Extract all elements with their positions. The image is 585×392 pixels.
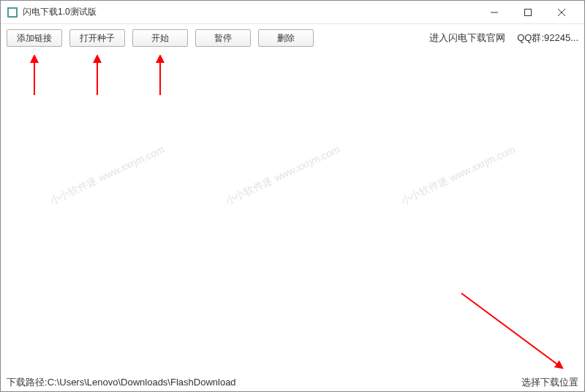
- pause-button[interactable]: 暂停: [195, 29, 251, 47]
- watermark: 小小软件迷 www.xxrjm.com: [399, 143, 518, 208]
- titlebar: 闪电下载1.0测试版: [1, 1, 584, 24]
- delete-button[interactable]: 删除: [258, 29, 314, 47]
- toolbar-right: 进入闪电下载官网 QQ群:92245...: [429, 31, 578, 45]
- start-button[interactable]: 开始: [132, 29, 188, 47]
- path-value: C:\Users\Lenovo\Downloads\FlashDownload: [48, 377, 236, 388]
- add-link-button[interactable]: 添加链接: [7, 29, 62, 47]
- window-controls: [478, 1, 578, 24]
- svg-rect-0: [8, 8, 17, 17]
- path-label: 下载路径:: [7, 377, 48, 388]
- watermark: 小小软件迷 www.xxrjm.com: [223, 143, 342, 208]
- official-site-link[interactable]: 进入闪电下载官网: [429, 31, 505, 45]
- watermark: 小小软件迷 www.xxrjm.com: [48, 143, 167, 208]
- download-path: 下载路径:C:\Users\Lenovo\Downloads\FlashDown…: [7, 376, 521, 389]
- statusbar: 下载路径:C:\Users\Lenovo\Downloads\FlashDown…: [1, 374, 584, 391]
- svg-rect-2: [525, 9, 532, 15]
- minimize-button[interactable]: [478, 1, 511, 24]
- qq-group-link[interactable]: QQ群:92245...: [517, 31, 578, 45]
- toolbar: 添加链接 打开种子 开始 暂停 删除 进入闪电下载官网 QQ群:92245...: [1, 24, 584, 52]
- app-icon: [7, 7, 18, 18]
- maximize-button[interactable]: [511, 1, 545, 24]
- window-title: 闪电下载1.0测试版: [23, 6, 478, 18]
- choose-location-link[interactable]: 选择下载位置: [521, 376, 578, 389]
- download-list-area: 小小软件迷 www.xxrjm.com 小小软件迷 www.xxrjm.com …: [1, 52, 584, 374]
- close-button[interactable]: [545, 1, 578, 24]
- open-seed-button[interactable]: 打开种子: [69, 29, 125, 47]
